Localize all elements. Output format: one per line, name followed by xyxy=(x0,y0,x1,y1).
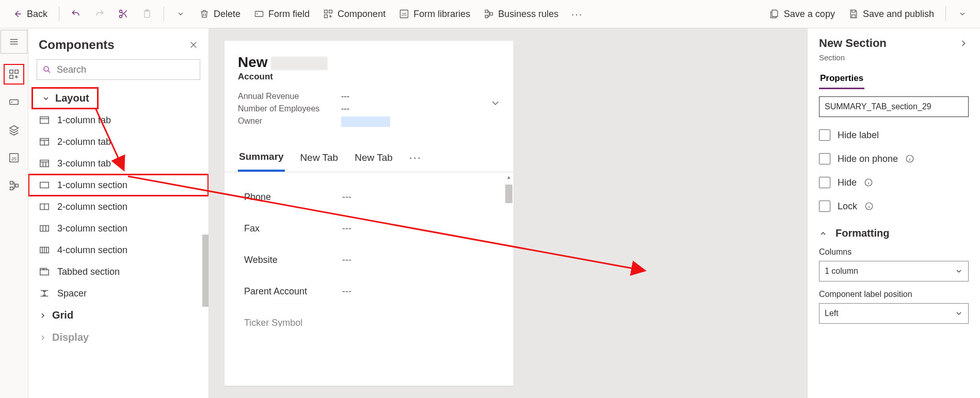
form-field-icon xyxy=(8,96,20,108)
save-publish-button[interactable]: Save and publish xyxy=(843,6,939,23)
panel-close-button[interactable] xyxy=(189,40,198,49)
search-icon xyxy=(42,65,52,74)
back-label: Back xyxy=(27,9,47,20)
business-rules-button[interactable]: Business rules xyxy=(478,6,564,23)
info-icon[interactable] xyxy=(864,178,873,187)
chevron-down-icon xyxy=(175,9,186,19)
tree-item-spacer[interactable]: Spacer xyxy=(28,283,208,304)
tab-overflow[interactable]: ··· xyxy=(408,146,423,170)
form-scrollbar[interactable]: ▲ xyxy=(505,174,512,319)
tab-summary[interactable]: Summary xyxy=(238,144,285,172)
field-row[interactable]: Phone--- xyxy=(229,181,509,213)
save-publish-chevron[interactable] xyxy=(952,6,973,22)
rail-components-button[interactable] xyxy=(4,64,24,85)
clp-select[interactable]: Left xyxy=(819,303,969,324)
columns-label: Columns xyxy=(819,247,969,257)
rail-layers-button[interactable] xyxy=(4,120,24,140)
hide-label-row[interactable]: Hide label xyxy=(819,129,969,141)
svg-rect-16 xyxy=(10,100,19,104)
form-tabs: Summary New Tab New Tab ··· xyxy=(224,144,513,172)
component-button[interactable]: Component xyxy=(318,6,391,23)
form-field-label: Form field xyxy=(268,9,310,20)
redo-button[interactable] xyxy=(89,6,110,22)
title-blur xyxy=(271,57,328,70)
back-button[interactable]: Back xyxy=(7,6,53,23)
scrollbar-thumb[interactable] xyxy=(202,235,208,307)
tree-group-grid[interactable]: Grid xyxy=(28,304,208,326)
hide-phone-row[interactable]: Hide on phone xyxy=(819,153,969,164)
search-input-wrap[interactable] xyxy=(37,59,200,80)
section-name-input[interactable] xyxy=(819,96,969,117)
checkbox-label: Hide label xyxy=(838,130,879,141)
field-label: Fax xyxy=(244,223,342,234)
paste-button[interactable] xyxy=(137,6,157,22)
tab-new-1[interactable]: New Tab xyxy=(299,145,340,171)
search-input[interactable] xyxy=(57,64,195,75)
formatting-section-header[interactable]: Formatting xyxy=(819,227,969,239)
header-collapse-button[interactable] xyxy=(490,97,501,109)
field-row[interactable]: Ticker Symbol xyxy=(229,307,509,327)
form-card[interactable]: New Account Annual Revenue--- Number of … xyxy=(224,41,513,386)
svg-rect-13 xyxy=(10,70,13,73)
field-row[interactable]: Parent Account--- xyxy=(229,276,509,307)
save-copy-button[interactable]: Save a copy xyxy=(764,6,840,23)
tree-item-tabbed-section[interactable]: Tabbed section xyxy=(28,261,208,283)
field-row[interactable]: Website--- xyxy=(229,244,509,276)
props-expand-button[interactable] xyxy=(958,38,969,48)
info-icon[interactable] xyxy=(905,154,914,163)
hamburger-button[interactable] xyxy=(1,30,27,54)
form-field-button[interactable]: Form field xyxy=(249,6,315,23)
tree-item-4col-section[interactable]: 4-column section xyxy=(28,239,208,261)
clp-label: Component label position xyxy=(819,290,969,299)
js-icon: JS xyxy=(8,152,20,163)
lock-row[interactable]: Lock xyxy=(819,201,969,212)
chevron-right-icon xyxy=(39,311,47,320)
undo-button[interactable] xyxy=(66,6,86,22)
field-row[interactable]: Fax--- xyxy=(229,213,509,244)
checkbox[interactable] xyxy=(819,129,830,141)
info-icon[interactable] xyxy=(864,202,874,211)
tree-item-2col-section[interactable]: 2-column section xyxy=(28,196,208,218)
section-label: Formatting xyxy=(836,227,889,239)
rail-rules-button[interactable] xyxy=(4,175,24,196)
field-value: --- xyxy=(342,255,351,266)
svg-rect-14 xyxy=(15,70,18,73)
chevron-down-button[interactable] xyxy=(170,6,191,22)
svg-rect-19 xyxy=(10,181,13,185)
cut-button[interactable] xyxy=(113,6,134,22)
checkbox[interactable] xyxy=(819,201,830,212)
tree-item-2col-tab[interactable]: 2-column tab xyxy=(28,131,208,153)
tab-new-2[interactable]: New Tab xyxy=(354,145,394,171)
hide-row[interactable]: Hide xyxy=(819,177,969,188)
rail-js-button[interactable]: JS xyxy=(4,147,24,168)
props-tab-properties[interactable]: Properties xyxy=(819,69,864,89)
rail-field-button[interactable] xyxy=(4,92,24,112)
arrow-left-icon xyxy=(12,9,23,19)
form-libraries-label: Form libraries xyxy=(413,9,470,20)
select-value: 1 column xyxy=(825,267,858,276)
checkbox-label: Lock xyxy=(838,201,857,212)
delete-button[interactable]: Delete xyxy=(194,6,246,23)
tree-item-1col-section[interactable]: 1-column section xyxy=(28,174,208,196)
tree-group-layout[interactable]: Layout xyxy=(31,87,99,109)
columns-select[interactable]: 1 column xyxy=(819,261,969,281)
tree-item-1col-tab[interactable]: 1-column tab xyxy=(28,109,208,131)
spacer-icon xyxy=(39,288,50,299)
props-sub: Section xyxy=(819,53,969,62)
tree-item-3col-section[interactable]: 3-column section xyxy=(28,218,208,239)
overflow-button[interactable]: ··· xyxy=(567,6,587,22)
toolbar-separator xyxy=(945,7,946,21)
svg-rect-20 xyxy=(10,187,13,190)
tree-item-3col-tab[interactable]: 3-column tab xyxy=(28,153,208,174)
tree-group-display[interactable]: Display xyxy=(28,326,208,349)
scroll-up-icon[interactable]: ▲ xyxy=(505,174,512,181)
header-meta: Annual Revenue--- Number of Employees---… xyxy=(238,90,500,130)
field-label: Parent Account xyxy=(244,286,342,297)
checkbox[interactable] xyxy=(819,177,830,188)
scrollbar-thumb[interactable] xyxy=(505,185,512,203)
group-label: Grid xyxy=(52,309,73,321)
svg-rect-4 xyxy=(255,11,263,16)
title-prefix: New xyxy=(238,54,268,70)
checkbox[interactable] xyxy=(819,153,830,164)
form-libraries-button[interactable]: JS Form libraries xyxy=(394,6,475,23)
